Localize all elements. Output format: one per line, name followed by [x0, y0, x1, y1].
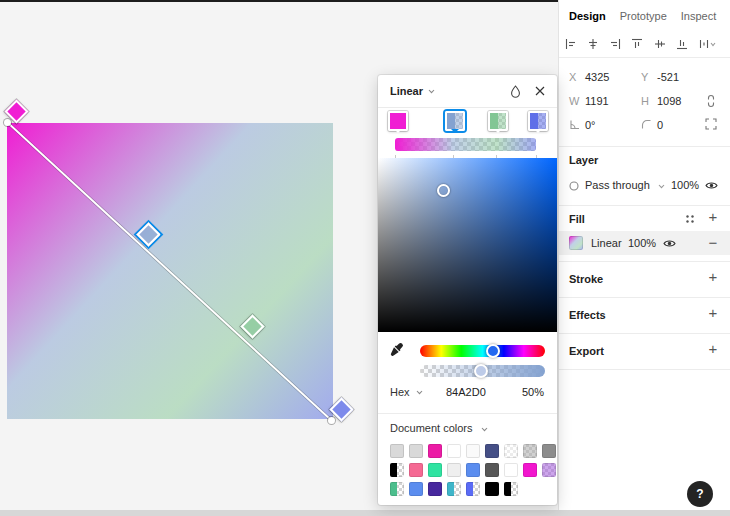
- document-color-swatch[interactable]: [447, 444, 461, 458]
- stop-chip-color: [530, 113, 546, 129]
- independent-corners-icon[interactable]: [705, 118, 717, 130]
- x-label: X: [569, 71, 576, 83]
- styles-icon[interactable]: [685, 214, 695, 224]
- chevron-down-icon: [481, 422, 488, 434]
- layer-opacity-input[interactable]: 100%: [671, 179, 699, 191]
- color-value-row: Hex 84A2D0 50%: [378, 383, 557, 403]
- align-top-icon[interactable]: [631, 38, 643, 50]
- document-color-swatch[interactable]: [523, 463, 537, 477]
- eye-icon[interactable]: [663, 239, 676, 248]
- align-left-icon[interactable]: [565, 38, 577, 50]
- gradient-end-point[interactable]: [328, 417, 335, 424]
- color-picker-popup: Linear Hex 84A2D0 50% D: [378, 75, 557, 505]
- tidy-up-icon[interactable]: [698, 38, 716, 50]
- gradient-preview-bar[interactable]: [395, 138, 536, 151]
- align-bottom-icon[interactable]: [676, 38, 688, 50]
- tab-design[interactable]: Design: [569, 10, 606, 22]
- document-color-swatch[interactable]: [466, 463, 480, 477]
- document-color-swatch[interactable]: [428, 482, 442, 496]
- remove-fill-button[interactable]: −: [706, 236, 720, 250]
- y-label: Y: [641, 71, 648, 83]
- document-colors-dropdown[interactable]: Document colors: [390, 422, 488, 434]
- hue-slider-handle[interactable]: [486, 344, 500, 358]
- divider: [559, 333, 730, 334]
- x-input[interactable]: 4325: [585, 71, 609, 83]
- document-color-swatch[interactable]: [542, 444, 556, 458]
- gradient-stop-chip[interactable]: [445, 111, 465, 131]
- document-color-swatch[interactable]: [485, 482, 499, 496]
- export-section-title: Export: [569, 345, 604, 357]
- document-color-swatch[interactable]: [542, 463, 556, 477]
- document-color-swatch[interactable]: [504, 444, 518, 458]
- fill-row[interactable]: Linear 100% −: [559, 231, 730, 255]
- gradient-stop-chip[interactable]: [388, 111, 408, 131]
- align-vertical-center-icon[interactable]: [654, 38, 666, 50]
- document-color-swatch[interactable]: [485, 463, 499, 477]
- chevron-down-icon[interactable]: [428, 89, 435, 94]
- document-color-swatch[interactable]: [504, 482, 518, 496]
- chevron-down-icon[interactable]: [416, 390, 423, 395]
- rotation-input[interactable]: 0°: [585, 119, 596, 131]
- width-input[interactable]: 1191: [585, 95, 609, 107]
- help-button[interactable]: ?: [687, 481, 713, 507]
- fill-opacity-input[interactable]: 100%: [628, 237, 656, 249]
- gradient-stops-strip: [378, 108, 557, 158]
- gradient-stop-chip[interactable]: [528, 111, 548, 131]
- fill-type-label[interactable]: Linear: [591, 237, 622, 249]
- blend-mode-dropdown[interactable]: Pass through: [585, 179, 665, 191]
- document-color-swatch[interactable]: [390, 444, 404, 458]
- saturation-value-field[interactable]: [378, 158, 557, 332]
- alignment-toolbar: [565, 32, 716, 56]
- add-stroke-button[interactable]: +: [706, 270, 720, 284]
- sidebar-tabs: Design Prototype Inspect: [569, 0, 716, 32]
- document-color-swatch[interactable]: [390, 482, 404, 496]
- size-row: W 1191 H 1098: [559, 89, 730, 113]
- alpha-slider-handle[interactable]: [474, 364, 488, 378]
- corner-radius-icon: [641, 119, 652, 130]
- add-export-button[interactable]: +: [706, 342, 720, 356]
- document-color-swatch[interactable]: [409, 482, 423, 496]
- gradient-start-point[interactable]: [4, 119, 11, 126]
- blend-droplet-icon[interactable]: [510, 85, 521, 98]
- y-input[interactable]: -521: [657, 71, 679, 83]
- align-right-icon[interactable]: [609, 38, 621, 50]
- eyedropper-icon[interactable]: [388, 342, 404, 358]
- document-color-swatch[interactable]: [485, 444, 499, 458]
- document-color-swatch[interactable]: [504, 463, 518, 477]
- document-color-swatch[interactable]: [409, 444, 423, 458]
- close-icon[interactable]: [535, 86, 545, 96]
- add-effect-button[interactable]: +: [706, 306, 720, 320]
- eye-icon[interactable]: [705, 181, 718, 190]
- hex-format-dropdown[interactable]: Hex: [390, 386, 410, 398]
- hue-slider[interactable]: [420, 345, 545, 357]
- corner-radius-input[interactable]: 0: [657, 119, 663, 131]
- document-color-swatch[interactable]: [390, 463, 404, 477]
- document-color-swatch[interactable]: [428, 463, 442, 477]
- add-fill-button[interactable]: +: [706, 210, 720, 224]
- constrain-proportions-icon[interactable]: [705, 94, 717, 108]
- document-color-swatch[interactable]: [466, 444, 480, 458]
- document-color-swatch[interactable]: [409, 463, 423, 477]
- w-label: W: [569, 95, 579, 107]
- document-colors-label: Document colors: [390, 422, 473, 434]
- hex-value-input[interactable]: 84A2D0: [446, 386, 486, 398]
- height-input[interactable]: 1098: [657, 95, 681, 107]
- document-color-swatch[interactable]: [466, 482, 480, 496]
- color-field-cursor[interactable]: [437, 184, 450, 197]
- fill-gradient-swatch[interactable]: [569, 236, 583, 250]
- window-bottom-edge: [0, 510, 730, 516]
- align-horizontal-center-icon[interactable]: [587, 38, 599, 50]
- document-color-swatch[interactable]: [447, 482, 461, 496]
- document-color-swatch[interactable]: [523, 444, 537, 458]
- gradient-stop-chip[interactable]: [488, 111, 508, 131]
- gradient-type-dropdown[interactable]: Linear: [390, 85, 423, 97]
- right-sidebar: Design Prototype Inspect X 4325 Y -521: [558, 0, 730, 516]
- stop-chip-color: [447, 113, 463, 129]
- tab-prototype[interactable]: Prototype: [620, 10, 667, 22]
- stop-chip-color: [490, 113, 506, 129]
- layer-section-title: Layer: [569, 154, 598, 166]
- document-color-swatch[interactable]: [428, 444, 442, 458]
- opacity-value-input[interactable]: 50%: [522, 386, 544, 398]
- tab-inspect[interactable]: Inspect: [681, 10, 716, 22]
- document-color-swatch[interactable]: [447, 463, 461, 477]
